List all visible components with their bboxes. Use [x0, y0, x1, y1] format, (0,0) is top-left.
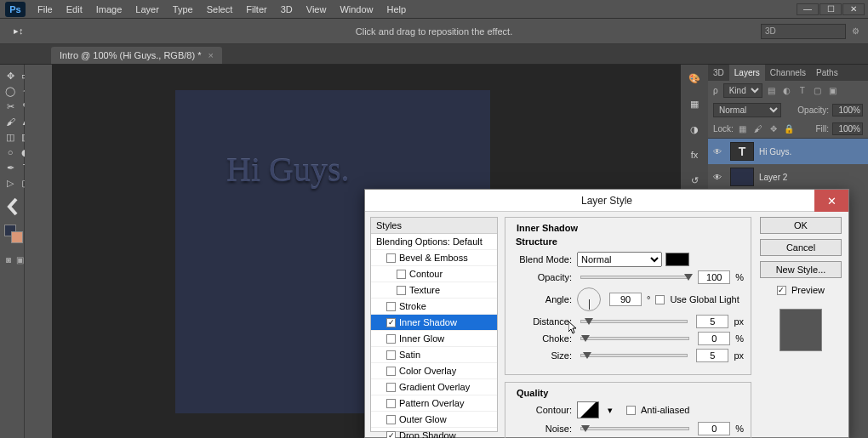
lasso-tool-icon[interactable]: ◯	[4, 85, 16, 97]
style-inner-glow[interactable]: Inner Glow	[371, 331, 497, 347]
tab-3d[interactable]: 3D	[708, 65, 729, 81]
adjustments-panel-icon[interactable]: ◑	[686, 121, 703, 138]
menu-help[interactable]: Help	[380, 2, 414, 17]
use-global-checkbox[interactable]	[655, 295, 665, 304]
checkbox[interactable]	[386, 367, 396, 376]
window-close-button[interactable]: ✕	[842, 3, 865, 15]
menu-select[interactable]: Select	[200, 2, 240, 17]
angle-input[interactable]	[609, 293, 642, 306]
style-satin[interactable]: Satin	[371, 347, 497, 363]
background-swatch[interactable]	[11, 231, 23, 243]
style-blending-options[interactable]: Blending Options: Default	[371, 234, 497, 250]
fill-value[interactable]: 100%	[832, 122, 863, 135]
choke-input[interactable]	[698, 332, 730, 345]
checkbox[interactable]	[397, 286, 406, 295]
gear-icon[interactable]: ⚙	[849, 26, 861, 37]
menu-layer[interactable]: Layer	[128, 2, 166, 17]
menu-filter[interactable]: Filter	[239, 2, 273, 17]
window-maximize-button[interactable]: ☐	[819, 3, 842, 15]
angle-dial[interactable]	[577, 287, 601, 311]
styles-panel-icon[interactable]: fx	[686, 146, 703, 163]
filter-adjust-icon[interactable]: ◐	[781, 85, 793, 97]
choke-slider[interactable]	[580, 337, 689, 340]
brush-tool-icon[interactable]: 🖌	[4, 116, 16, 128]
quickmask-icon[interactable]: ◙	[6, 253, 11, 265]
menu-view[interactable]: View	[300, 2, 334, 17]
filter-pixel-icon[interactable]: ▤	[766, 85, 778, 97]
distance-slider[interactable]	[580, 320, 688, 323]
menu-file[interactable]: File	[31, 2, 60, 17]
style-contour[interactable]: Contour	[371, 266, 497, 282]
checkbox[interactable]	[386, 334, 396, 344]
size-slider[interactable]	[580, 354, 688, 357]
checkbox[interactable]	[386, 399, 396, 408]
lock-position-icon[interactable]: ✥	[768, 123, 779, 135]
checkbox[interactable]	[386, 318, 396, 327]
style-bevel[interactable]: Bevel & Emboss	[371, 250, 497, 266]
filter-shape-icon[interactable]: ▢	[812, 85, 824, 97]
antialiased-checkbox[interactable]	[626, 406, 636, 415]
kind-filter-dropdown[interactable]: Kind	[723, 83, 762, 98]
style-inner-shadow[interactable]: Inner Shadow	[371, 315, 497, 331]
lock-pixels-icon[interactable]: 🖌	[752, 123, 764, 135]
checkbox[interactable]	[386, 302, 396, 311]
lock-transparent-icon[interactable]: ▦	[737, 123, 749, 135]
shadow-color-swatch[interactable]	[665, 253, 689, 266]
eraser-tool-icon[interactable]: ◫	[4, 131, 16, 143]
close-icon[interactable]: ×	[208, 50, 213, 60]
size-input[interactable]	[696, 349, 728, 362]
tab-paths[interactable]: Paths	[811, 65, 843, 81]
style-color-overlay[interactable]: Color Overlay	[371, 363, 497, 379]
visibility-icon[interactable]: 👁	[713, 147, 725, 156]
move-tool-preset-icon[interactable]: ▸↕	[7, 23, 31, 39]
checkbox[interactable]	[386, 415, 396, 424]
path-tool-icon[interactable]: ▷	[4, 177, 16, 189]
crop-tool-icon[interactable]: ✂	[4, 100, 16, 112]
menu-3d[interactable]: 3D	[274, 2, 300, 17]
style-outer-glow[interactable]: Outer Glow	[371, 412, 497, 428]
menu-image[interactable]: Image	[89, 2, 129, 17]
visibility-icon[interactable]: 👁	[713, 173, 725, 182]
noise-slider[interactable]	[580, 427, 689, 430]
layer-name[interactable]: Layer 2	[759, 173, 787, 182]
opacity-input[interactable]	[698, 270, 730, 284]
checkbox[interactable]	[386, 383, 396, 392]
blend-mode-dropdown[interactable]: Normal	[713, 103, 781, 117]
color-swatches[interactable]	[1, 221, 24, 247]
style-pattern-overlay[interactable]: Pattern Overlay	[371, 395, 497, 412]
move-tool-icon[interactable]: ✥	[4, 70, 16, 82]
app-logo[interactable]: Ps	[5, 2, 26, 17]
style-gradient-overlay[interactable]: Gradient Overlay	[371, 379, 497, 395]
lock-all-icon[interactable]: 🔒	[783, 123, 795, 135]
layer-name[interactable]: Hi Guys.	[759, 147, 791, 156]
distance-input[interactable]	[696, 315, 728, 328]
cancel-button[interactable]: Cancel	[760, 239, 842, 256]
pen-tool-icon[interactable]: ✒	[4, 162, 16, 173]
opacity-value[interactable]: 100%	[832, 104, 863, 117]
new-style-button[interactable]: New Style...	[760, 261, 842, 278]
checkbox[interactable]	[397, 270, 406, 279]
window-minimize-button[interactable]: —	[797, 3, 819, 15]
screenmode-icon[interactable]: ▣	[16, 253, 24, 265]
checkbox[interactable]	[386, 350, 396, 360]
style-drop-shadow[interactable]: Drop Shadow	[371, 428, 497, 438]
layer-row[interactable]: 👁 Layer 2	[708, 164, 868, 190]
document-tab[interactable]: Intro @ 100% (Hi Guys., RGB/8) * ×	[51, 47, 222, 64]
opacity-slider[interactable]	[580, 276, 689, 279]
contour-picker[interactable]	[577, 401, 599, 418]
ok-button[interactable]: OK	[760, 217, 842, 234]
dialog-titlebar[interactable]: Layer Style ✕	[365, 190, 848, 212]
preview-checkbox[interactable]	[777, 286, 786, 295]
menu-edit[interactable]: Edit	[60, 2, 89, 17]
tab-channels[interactable]: Channels	[765, 65, 811, 81]
menu-type[interactable]: Type	[166, 2, 200, 17]
checkbox[interactable]	[386, 253, 396, 263]
blur-tool-icon[interactable]: ○	[4, 146, 16, 158]
style-texture[interactable]: Texture	[371, 282, 497, 299]
swatches-panel-icon[interactable]: ▦	[686, 95, 703, 112]
dialog-close-button[interactable]: ✕	[814, 190, 848, 212]
checkbox[interactable]	[386, 431, 396, 439]
mode-dropdown[interactable]: 3D	[761, 24, 846, 39]
menu-window[interactable]: Window	[333, 2, 380, 17]
layer-row[interactable]: 👁 T Hi Guys.	[708, 139, 868, 164]
